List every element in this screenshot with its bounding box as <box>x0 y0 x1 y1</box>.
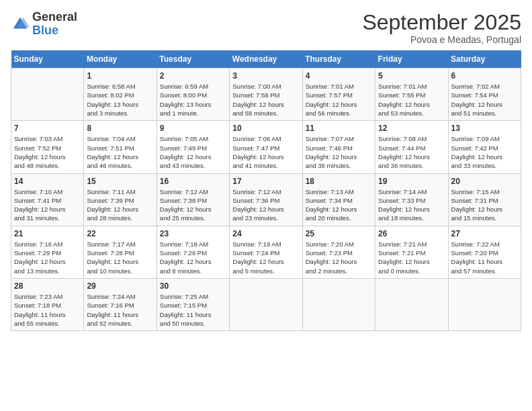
calendar-week-row: 7Sunrise: 7:03 AMSunset: 7:52 PMDaylight… <box>11 121 521 173</box>
day-info: Sunrise: 7:16 AMSunset: 7:29 PMDaylight:… <box>14 240 81 275</box>
day-number: 25 <box>306 229 372 238</box>
calendar-cell: 30Sunrise: 7:25 AMSunset: 7:15 PMDayligh… <box>157 278 229 330</box>
day-info: Sunrise: 7:20 AMSunset: 7:23 PMDaylight:… <box>306 240 372 275</box>
title-block: September 2025 Povoa e Meadas, Portugal <box>362 11 521 45</box>
weekday-header-saturday: Saturday <box>448 50 521 68</box>
calendar-cell: 25Sunrise: 7:20 AMSunset: 7:23 PMDayligh… <box>302 226 375 278</box>
day-number: 29 <box>87 281 153 291</box>
day-info: Sunrise: 7:04 AMSunset: 7:51 PMDaylight:… <box>87 134 153 170</box>
logo: General Blue <box>11 11 77 38</box>
day-number: 6 <box>451 71 518 81</box>
day-number: 13 <box>451 124 518 133</box>
day-number: 14 <box>14 177 81 186</box>
calendar-week-row: 1Sunrise: 6:58 AMSunset: 8:02 PMDaylight… <box>11 68 521 121</box>
weekday-header-tuesday: Tuesday <box>157 50 229 68</box>
day-info: Sunrise: 7:23 AMSunset: 7:18 PMDaylight:… <box>14 292 81 328</box>
day-info: Sunrise: 7:25 AMSunset: 7:15 PMDaylight:… <box>160 292 226 328</box>
calendar-cell: 12Sunrise: 7:08 AMSunset: 7:44 PMDayligh… <box>375 121 448 173</box>
calendar-week-row: 28Sunrise: 7:23 AMSunset: 7:18 PMDayligh… <box>11 278 521 330</box>
day-number: 10 <box>232 124 299 133</box>
day-info: Sunrise: 7:00 AMSunset: 7:58 PMDaylight:… <box>232 82 299 118</box>
calendar-cell <box>448 278 521 330</box>
day-number: 3 <box>232 71 299 81</box>
calendar-cell: 15Sunrise: 7:11 AMSunset: 7:39 PMDayligh… <box>84 173 157 226</box>
calendar-cell: 18Sunrise: 7:13 AMSunset: 7:34 PMDayligh… <box>302 173 375 226</box>
calendar-cell: 17Sunrise: 7:12 AMSunset: 7:36 PMDayligh… <box>230 173 302 226</box>
day-info: Sunrise: 6:59 AMSunset: 8:00 PMDaylight:… <box>160 82 226 118</box>
day-number: 26 <box>378 229 445 238</box>
calendar-week-row: 14Sunrise: 7:10 AMSunset: 7:41 PMDayligh… <box>11 173 521 226</box>
day-number: 28 <box>14 281 81 291</box>
calendar-table: SundayMondayTuesdayWednesdayThursdayFrid… <box>11 50 521 331</box>
calendar-cell: 3Sunrise: 7:00 AMSunset: 7:58 PMDaylight… <box>230 68 302 121</box>
day-info: Sunrise: 7:18 AMSunset: 7:26 PMDaylight:… <box>160 240 226 275</box>
day-number: 30 <box>160 281 226 291</box>
month-title: September 2025 <box>362 11 521 34</box>
day-number: 5 <box>378 71 445 81</box>
calendar-cell: 26Sunrise: 7:21 AMSunset: 7:21 PMDayligh… <box>375 226 448 278</box>
weekday-header-thursday: Thursday <box>302 50 375 68</box>
calendar-cell: 10Sunrise: 7:06 AMSunset: 7:47 PMDayligh… <box>230 121 302 173</box>
calendar-cell: 14Sunrise: 7:10 AMSunset: 7:41 PMDayligh… <box>11 173 84 226</box>
day-info: Sunrise: 7:19 AMSunset: 7:24 PMDaylight:… <box>232 240 299 275</box>
calendar-cell <box>375 278 448 330</box>
calendar-cell: 5Sunrise: 7:01 AMSunset: 7:55 PMDaylight… <box>375 68 448 121</box>
calendar-cell: 2Sunrise: 6:59 AMSunset: 8:00 PMDaylight… <box>157 68 229 121</box>
day-number: 24 <box>232 229 299 238</box>
day-info: Sunrise: 7:06 AMSunset: 7:47 PMDaylight:… <box>232 134 299 170</box>
calendar-cell: 4Sunrise: 7:01 AMSunset: 7:57 PMDaylight… <box>302 68 375 121</box>
day-number: 22 <box>87 229 153 238</box>
day-info: Sunrise: 7:03 AMSunset: 7:52 PMDaylight:… <box>14 134 81 170</box>
calendar-cell: 1Sunrise: 6:58 AMSunset: 8:02 PMDaylight… <box>84 68 157 121</box>
day-info: Sunrise: 7:11 AMSunset: 7:39 PMDaylight:… <box>87 187 153 223</box>
day-info: Sunrise: 7:15 AMSunset: 7:31 PMDaylight:… <box>451 187 518 223</box>
calendar-week-row: 21Sunrise: 7:16 AMSunset: 7:29 PMDayligh… <box>11 226 521 278</box>
day-number: 19 <box>378 177 445 186</box>
weekday-header-sunday: Sunday <box>11 50 84 68</box>
weekday-header-row: SundayMondayTuesdayWednesdayThursdayFrid… <box>11 50 521 68</box>
day-info: Sunrise: 7:12 AMSunset: 7:38 PMDaylight:… <box>160 187 226 223</box>
day-info: Sunrise: 7:13 AMSunset: 7:34 PMDaylight:… <box>306 187 372 223</box>
day-number: 7 <box>14 124 81 133</box>
calendar-cell: 22Sunrise: 7:17 AMSunset: 7:28 PMDayligh… <box>84 226 157 278</box>
day-number: 27 <box>451 229 518 238</box>
day-number: 23 <box>160 229 226 238</box>
day-info: Sunrise: 7:08 AMSunset: 7:44 PMDaylight:… <box>378 134 445 170</box>
day-info: Sunrise: 7:01 AMSunset: 7:55 PMDaylight:… <box>378 82 445 118</box>
weekday-header-wednesday: Wednesday <box>230 50 302 68</box>
calendar-cell: 24Sunrise: 7:19 AMSunset: 7:24 PMDayligh… <box>230 226 302 278</box>
logo-blue-text: Blue <box>32 24 77 38</box>
day-info: Sunrise: 7:01 AMSunset: 7:57 PMDaylight:… <box>306 82 372 118</box>
day-number: 15 <box>87 177 153 186</box>
day-info: Sunrise: 7:05 AMSunset: 7:49 PMDaylight:… <box>160 134 226 170</box>
calendar-cell: 29Sunrise: 7:24 AMSunset: 7:16 PMDayligh… <box>84 278 157 330</box>
day-info: Sunrise: 7:02 AMSunset: 7:54 PMDaylight:… <box>451 82 518 118</box>
day-number: 4 <box>306 71 372 81</box>
logo-icon <box>11 15 30 34</box>
day-info: Sunrise: 7:22 AMSunset: 7:20 PMDaylight:… <box>451 240 518 275</box>
calendar-cell: 6Sunrise: 7:02 AMSunset: 7:54 PMDaylight… <box>448 68 521 121</box>
day-info: Sunrise: 7:12 AMSunset: 7:36 PMDaylight:… <box>232 187 299 223</box>
day-number: 17 <box>232 177 299 186</box>
day-number: 18 <box>306 177 372 186</box>
weekday-header-monday: Monday <box>84 50 157 68</box>
calendar-cell: 7Sunrise: 7:03 AMSunset: 7:52 PMDaylight… <box>11 121 84 173</box>
day-number: 11 <box>306 124 372 133</box>
day-info: Sunrise: 6:58 AMSunset: 8:02 PMDaylight:… <box>87 82 153 118</box>
calendar-cell: 20Sunrise: 7:15 AMSunset: 7:31 PMDayligh… <box>448 173 521 226</box>
calendar-cell: 19Sunrise: 7:14 AMSunset: 7:33 PMDayligh… <box>375 173 448 226</box>
day-info: Sunrise: 7:09 AMSunset: 7:42 PMDaylight:… <box>451 134 518 170</box>
day-number: 16 <box>160 177 226 186</box>
calendar-cell: 28Sunrise: 7:23 AMSunset: 7:18 PMDayligh… <box>11 278 84 330</box>
calendar-cell: 8Sunrise: 7:04 AMSunset: 7:51 PMDaylight… <box>84 121 157 173</box>
calendar-cell: 21Sunrise: 7:16 AMSunset: 7:29 PMDayligh… <box>11 226 84 278</box>
calendar-cell <box>302 278 375 330</box>
day-info: Sunrise: 7:14 AMSunset: 7:33 PMDaylight:… <box>378 187 445 223</box>
day-number: 12 <box>378 124 445 133</box>
day-number: 2 <box>160 71 226 81</box>
calendar-cell <box>11 68 84 121</box>
calendar-cell: 11Sunrise: 7:07 AMSunset: 7:46 PMDayligh… <box>302 121 375 173</box>
calendar-cell: 16Sunrise: 7:12 AMSunset: 7:38 PMDayligh… <box>157 173 229 226</box>
calendar-cell: 27Sunrise: 7:22 AMSunset: 7:20 PMDayligh… <box>448 226 521 278</box>
page-header: General Blue September 2025 Povoa e Mead… <box>11 11 521 45</box>
